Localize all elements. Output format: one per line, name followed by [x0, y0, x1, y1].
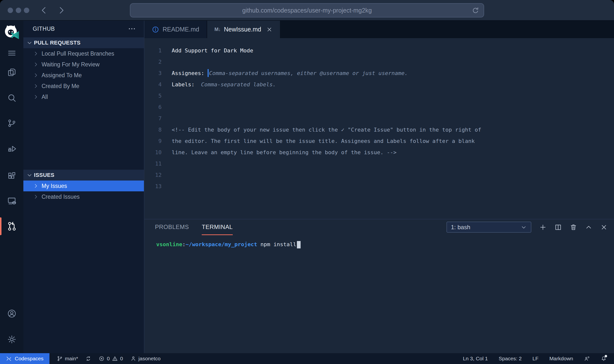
section-header-pull-requests[interactable]: PULL REQUESTS	[23, 37, 144, 48]
terminal-user: vsonline	[156, 241, 182, 247]
remote-icon	[6, 356, 12, 362]
remote-indicator[interactable]: Codespaces	[0, 353, 49, 364]
chevron-right-icon	[33, 61, 39, 68]
tree-item[interactable]: Local Pull Request Branches	[23, 48, 144, 59]
chevron-down-icon	[26, 172, 33, 178]
account-icon[interactable]	[0, 306, 23, 321]
editor-line[interactable]: 10 line. Leave an empty line before begi…	[144, 147, 614, 158]
notification-dot	[605, 355, 607, 357]
line-content: line. Leave an empty line before beginni…	[172, 149, 397, 155]
chevron-down-icon	[521, 224, 527, 230]
close-window-button[interactable]	[8, 8, 13, 13]
editor-group: README.md M↓ NewIssue.md 1 Add Support f…	[144, 21, 614, 353]
editor-line[interactable]: 8 <!-- Edit the body of your new issue t…	[144, 124, 614, 135]
error-icon	[99, 356, 105, 362]
close-panel-icon[interactable]	[600, 224, 608, 231]
sync-status[interactable]	[85, 356, 91, 362]
sidebar-title-row: GITHUB	[23, 21, 144, 37]
indentation-status[interactable]: Spaces: 2	[499, 356, 522, 362]
extensions-icon[interactable]	[0, 168, 23, 184]
line-number: 1	[144, 47, 162, 54]
new-terminal-icon[interactable]	[539, 224, 547, 231]
active-view-indicator	[0, 217, 1, 235]
minimize-window-button[interactable]	[16, 8, 21, 13]
editor-line[interactable]: 11	[144, 158, 614, 169]
github-sidebar: GITHUB PULL REQUESTS Local Pull Request …	[23, 21, 144, 353]
terminal-cursor	[297, 241, 301, 248]
tree-item[interactable]: Created Issues	[23, 191, 144, 202]
menu-icon[interactable]	[0, 45, 23, 61]
eol-status[interactable]: LF	[533, 356, 539, 362]
editor-line[interactable]: 6	[144, 101, 614, 113]
forward-icon[interactable]	[56, 5, 66, 15]
notifications-status[interactable]	[601, 356, 607, 362]
kill-terminal-icon[interactable]	[570, 224, 577, 231]
split-terminal-icon[interactable]	[554, 224, 562, 231]
line-number: 13	[144, 183, 162, 189]
chevron-right-icon	[33, 194, 39, 200]
panel-tab-problems[interactable]: PROBLEMS	[155, 219, 189, 235]
person-icon	[130, 356, 136, 362]
tab-readme[interactable]: README.md	[144, 21, 207, 38]
editor-line[interactable]: 13	[144, 181, 614, 192]
remote-explorer-icon[interactable]	[0, 193, 23, 209]
search-icon[interactable]	[0, 90, 23, 106]
settings-gear-icon[interactable]	[0, 332, 23, 347]
editor-line[interactable]: 1 Add Support for Dark Mode	[144, 45, 614, 56]
maximize-panel-icon[interactable]	[585, 224, 592, 231]
panel-tab-terminal[interactable]: TERMINAL	[202, 219, 233, 235]
status-bar: Codespaces main* 0 0 jasonetco Ln 3, Col…	[0, 353, 614, 364]
tree-item[interactable]: My Issues	[23, 181, 144, 191]
github-pull-request-icon[interactable]	[0, 218, 23, 234]
more-actions-icon[interactable]	[128, 26, 136, 31]
line-number: 7	[144, 115, 162, 121]
tree-item[interactable]: Waiting For My Review	[23, 59, 144, 70]
back-icon[interactable]	[39, 5, 49, 15]
editor-line[interactable]: 2	[144, 56, 614, 67]
source-control-icon[interactable]	[0, 115, 23, 131]
bottom-panel: PROBLEMS TERMINAL 1: bash vsonline:~/wor…	[144, 219, 614, 353]
branch-icon	[57, 356, 63, 362]
reload-icon[interactable]	[471, 6, 480, 15]
chevron-right-icon	[33, 83, 39, 89]
warning-icon	[112, 356, 118, 362]
terminal-output[interactable]: vsonline:~/workspace/my_project npm inst…	[144, 235, 614, 248]
line-content: Add Support for Dark Mode	[172, 47, 253, 54]
branch-status[interactable]: main*	[57, 356, 78, 362]
problems-status[interactable]: 0 0	[99, 356, 123, 362]
user-status[interactable]: jasonetco	[130, 356, 161, 362]
line-number: 10	[144, 149, 162, 155]
tree-item[interactable]: Created By Me	[23, 81, 144, 91]
line-number: 11	[144, 161, 162, 167]
run-debug-icon[interactable]	[0, 141, 23, 157]
section-header-issues[interactable]: ISSUES	[23, 170, 144, 181]
chevron-right-icon	[33, 94, 39, 100]
tree-item[interactable]: Assigned To Me	[23, 70, 144, 81]
close-tab-icon[interactable]	[266, 26, 273, 33]
editor-line[interactable]: 9 the editor. The first line will be the…	[144, 135, 614, 147]
line-number: 6	[144, 104, 162, 110]
editor-line[interactable]: 3 Assignees: Comma-separated usernames, …	[144, 67, 614, 79]
language-status[interactable]: Markdown	[549, 356, 573, 362]
url-text: github.com/codespaces/user-my-project-mg…	[242, 7, 372, 14]
editor-content[interactable]: 1 Add Support for Dark Mode 2 3 Assignee…	[144, 38, 614, 219]
cursor-position-status[interactable]: Ln 3, Col 1	[463, 356, 488, 362]
line-number: 8	[144, 127, 162, 133]
line-number: 3	[144, 70, 162, 76]
zoom-window-button[interactable]	[24, 8, 29, 13]
window-traffic-lights[interactable]	[8, 8, 29, 13]
chevron-right-icon	[33, 72, 39, 78]
terminal-shell-select[interactable]: 1: bash	[446, 222, 531, 233]
explorer-icon[interactable]	[0, 64, 23, 80]
address-bar[interactable]: github.com/codespaces/user-my-project-mg…	[130, 3, 484, 17]
tree-item[interactable]: All	[23, 91, 144, 102]
line-number: 4	[144, 81, 162, 88]
editor-line[interactable]: 4 Labels: Comma-separated labels.	[144, 79, 614, 90]
info-icon	[152, 26, 159, 33]
editor-line[interactable]: 12	[144, 169, 614, 181]
panel-header: PROBLEMS TERMINAL 1: bash	[144, 219, 614, 235]
editor-line[interactable]: 5	[144, 90, 614, 101]
tab-newissue[interactable]: M↓ NewIssue.md	[207, 21, 280, 38]
editor-line[interactable]: 7	[144, 113, 614, 124]
feedback-status[interactable]	[584, 356, 590, 362]
